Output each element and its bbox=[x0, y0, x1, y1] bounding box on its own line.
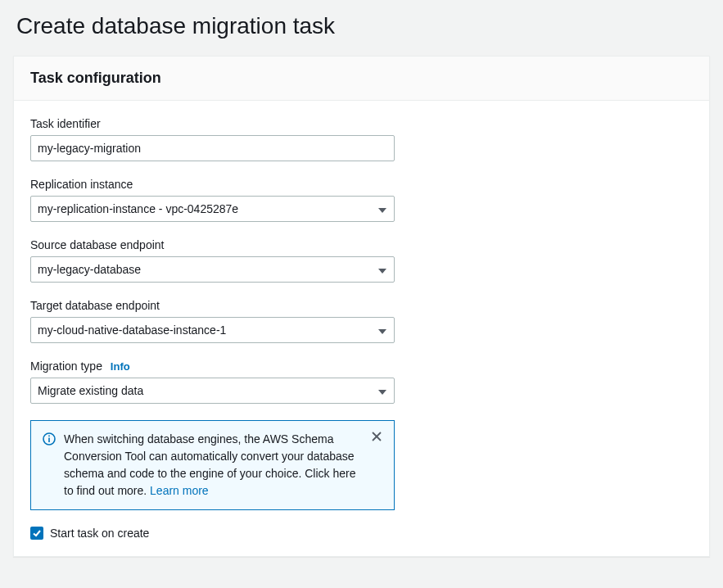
panel-header: Task configuration bbox=[14, 57, 709, 101]
replication-instance-value: my-replication-instance - vpc-0425287e bbox=[38, 202, 238, 215]
schema-conversion-info-box: When switching database engines, the AWS… bbox=[30, 420, 395, 510]
target-endpoint-select[interactable]: my-cloud-native-database-instance-1 bbox=[30, 317, 395, 343]
task-configuration-panel: Task configuration Task identifier Repli… bbox=[13, 56, 710, 557]
source-endpoint-select[interactable]: my-legacy-database bbox=[30, 256, 395, 283]
migration-type-value: Migrate existing data bbox=[38, 384, 143, 397]
migration-type-info-link[interactable]: Info bbox=[111, 360, 130, 373]
replication-instance-select[interactable]: my-replication-instance - vpc-0425287e bbox=[30, 196, 395, 222]
migration-type-label: Migration type Info bbox=[30, 360, 693, 373]
close-icon[interactable] bbox=[371, 431, 382, 500]
source-endpoint-label: Source database endpoint bbox=[30, 238, 693, 251]
start-task-label: Start task on create bbox=[50, 527, 149, 540]
target-endpoint-value: my-cloud-native-database-instance-1 bbox=[38, 323, 226, 337]
page-title: Create database migration task bbox=[13, 13, 710, 39]
replication-instance-label: Replication instance bbox=[30, 178, 693, 191]
svg-rect-2 bbox=[48, 436, 50, 437]
target-endpoint-label: Target database endpoint bbox=[30, 299, 693, 312]
learn-more-link[interactable]: Learn more bbox=[150, 484, 209, 497]
source-endpoint-value: my-legacy-database bbox=[38, 263, 141, 276]
info-icon bbox=[43, 432, 56, 500]
start-task-checkbox[interactable] bbox=[30, 527, 43, 540]
migration-type-select[interactable]: Migrate existing data bbox=[30, 378, 395, 404]
section-title: Task configuration bbox=[30, 70, 693, 87]
task-identifier-input[interactable] bbox=[30, 135, 395, 161]
task-identifier-label: Task identifier bbox=[30, 117, 693, 130]
info-box-text: When switching database engines, the AWS… bbox=[64, 431, 358, 500]
svg-rect-1 bbox=[48, 438, 50, 443]
